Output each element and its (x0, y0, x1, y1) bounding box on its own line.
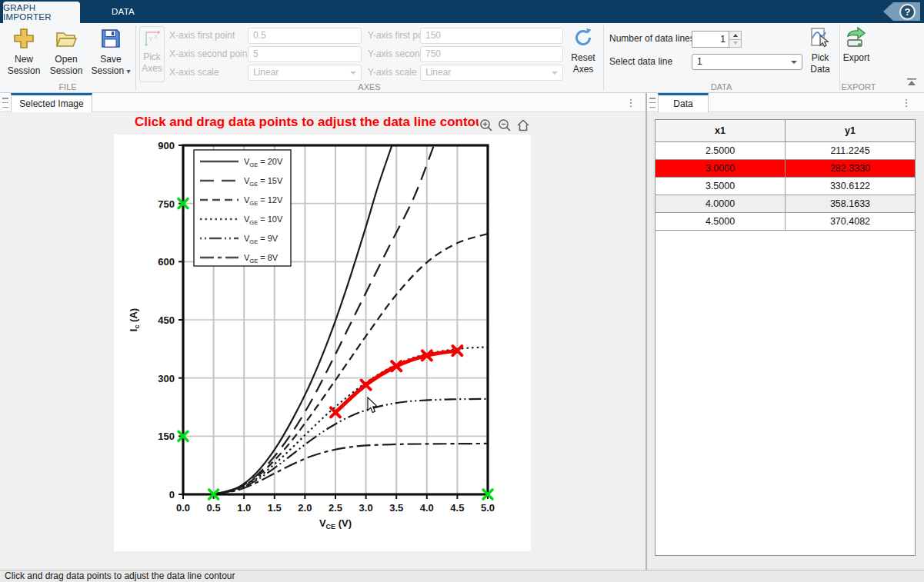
spinner-up-button[interactable] (729, 31, 742, 40)
pick-data-icon (809, 26, 832, 49)
svg-text:0.0: 0.0 (176, 502, 190, 514)
plus-icon (12, 26, 36, 51)
svg-text:2.0: 2.0 (298, 502, 312, 514)
x-scale-dropdown: Linear (248, 65, 362, 81)
x-second-label: X-axis second point (169, 46, 250, 62)
svg-text:1.0: 1.0 (237, 502, 251, 514)
status-bar: Click and drag data points to adjust the… (0, 570, 924, 582)
help-icon: ? (899, 4, 916, 20)
zoom-out-icon[interactable] (497, 118, 512, 133)
x-scale-label: X-axis scale (169, 65, 219, 81)
svg-text:4.5: 4.5 (450, 502, 464, 514)
column-header-y1[interactable]: y1 (786, 120, 916, 141)
column-header-x1[interactable]: x1 (655, 120, 786, 141)
toolstrip-tab-bar: GRAPH IMPORTER DATA ? (0, 0, 924, 23)
svg-text:3.5: 3.5 (389, 502, 403, 514)
svg-text:0.5: 0.5 (207, 502, 221, 514)
svg-text:300: 300 (158, 373, 175, 384)
select-data-line-label: Select data line (609, 54, 672, 70)
svg-text:450: 450 (158, 314, 175, 326)
reset-axes-icon (572, 26, 595, 49)
grip-icon[interactable] (649, 98, 655, 108)
select-data-line-dropdown[interactable]: 1 (692, 54, 802, 70)
reset-axes-button[interactable]: Reset Axes (567, 26, 599, 75)
num-data-lines-spinner[interactable]: 1 (692, 31, 742, 48)
grip-icon[interactable] (2, 98, 8, 108)
axes-toolbar (479, 115, 532, 135)
svg-text:900: 900 (158, 140, 175, 151)
spinner-up-icon (733, 34, 738, 37)
x-second-field: 5 (248, 46, 362, 62)
svg-text:5.0: 5.0 (481, 502, 495, 514)
panel-menu-icon[interactable]: ⋮ (625, 97, 636, 109)
svg-text:750: 750 (158, 198, 175, 210)
svg-text:0: 0 (169, 489, 175, 501)
export-icon (845, 26, 868, 49)
graph-plot[interactable]: 0.00.51.01.52.02.53.03.54.04.55.00150300… (114, 135, 531, 551)
file-section-label: FILE (0, 82, 135, 91)
svg-text:1.5: 1.5 (268, 502, 282, 514)
data-panel: Data ⋮ x1 y1 2.5000211.22453.0000282.333… (647, 93, 924, 570)
dropdown-caret-icon (350, 72, 356, 75)
caret-down-icon: ▾ (127, 67, 131, 75)
num-data-lines-label: Number of data lines (609, 31, 695, 47)
help-button[interactable]: ? (883, 2, 920, 21)
pick-axes-button: XY Pick Axes (139, 26, 165, 82)
selected-image: 0.00.51.01.52.02.53.03.54.04.55.00150300… (114, 135, 531, 551)
open-session-button[interactable]: Open Session (46, 26, 86, 77)
table-row[interactable]: 4.5000370.4082 (655, 212, 915, 230)
folder-icon (54, 26, 78, 51)
x-axis-label: VCE (V) (319, 517, 352, 530)
data-table: x1 y1 2.5000211.22453.0000282.33303.5000… (655, 120, 915, 231)
svg-text:Y: Y (148, 35, 153, 42)
y-second-field: 750 (420, 46, 563, 62)
save-session-button[interactable]: Save Session ▾ (86, 26, 135, 77)
plot-title: Click and drag data points to adjust the… (135, 115, 479, 133)
svg-text:2.5: 2.5 (329, 502, 342, 514)
zoom-in-icon[interactable] (479, 118, 494, 133)
collapse-ribbon-icon (906, 77, 918, 88)
curve-VGE10V (214, 347, 488, 494)
tab-graph-importer[interactable]: GRAPH IMPORTER (3, 2, 80, 23)
section-divider (135, 25, 136, 91)
pick-axes-icon: XY (142, 28, 162, 48)
cursor-icon (368, 397, 377, 413)
dropdown-caret-icon (791, 61, 797, 64)
table-row[interactable]: 4.0000358.1633 (655, 195, 915, 212)
axes-section-label: AXES (135, 82, 603, 91)
tab-data[interactable]: DATA (80, 0, 166, 23)
spinner-down-icon (733, 42, 738, 45)
data-tabstrip: Data ⋮ (647, 93, 924, 112)
x-first-field: 0.5 (248, 28, 362, 44)
y-scale-dropdown: Linear (420, 65, 563, 81)
data-table-container: x1 y1 2.5000211.22453.0000282.33303.5000… (655, 119, 916, 556)
export-button[interactable]: Export (841, 26, 872, 64)
svg-text:4.0: 4.0 (420, 502, 434, 514)
collapse-ribbon-button[interactable] (906, 77, 918, 88)
table-row[interactable]: 3.0000282.3330 (655, 159, 915, 177)
selected-image-panel: Selected Image ⋮ Click and drag data poi… (0, 93, 645, 570)
section-divider (603, 25, 604, 91)
spinner-down-button[interactable] (729, 40, 742, 48)
export-section-label: EXPORT (839, 82, 878, 91)
new-session-button[interactable]: New Session (5, 26, 43, 77)
tab-selected-image[interactable]: Selected Image (11, 93, 92, 112)
toolstrip-ribbon: New Session Open Session Save Session ▾ … (0, 23, 924, 93)
table-row[interactable]: 3.5000330.6122 (655, 177, 915, 195)
table-row[interactable]: 2.5000211.2245 (655, 141, 915, 159)
svg-text:3.0: 3.0 (359, 502, 373, 514)
home-icon[interactable] (515, 118, 531, 133)
legend: VGE = 20VVGE = 15VVGE = 12VVGE = 10VVGE … (194, 150, 291, 266)
num-data-lines-value[interactable]: 1 (692, 31, 729, 48)
pick-data-button[interactable]: Pick Data (805, 26, 836, 75)
dropdown-caret-icon (552, 72, 558, 75)
y-axis-label: Ic (A) (128, 308, 141, 331)
tab-data-panel[interactable]: Data (658, 93, 709, 112)
y-scale-label: Y-axis scale (368, 65, 417, 81)
curve-VGE8V (214, 444, 488, 494)
svg-text:X: X (154, 33, 158, 40)
x-first-label: X-axis first point (169, 28, 235, 44)
panel-menu-icon[interactable]: ⋮ (901, 97, 912, 109)
section-divider (839, 25, 840, 91)
graph-importer-window: { "tabs": { "graph_importer": "GRAPH IMP… (0, 0, 924, 582)
